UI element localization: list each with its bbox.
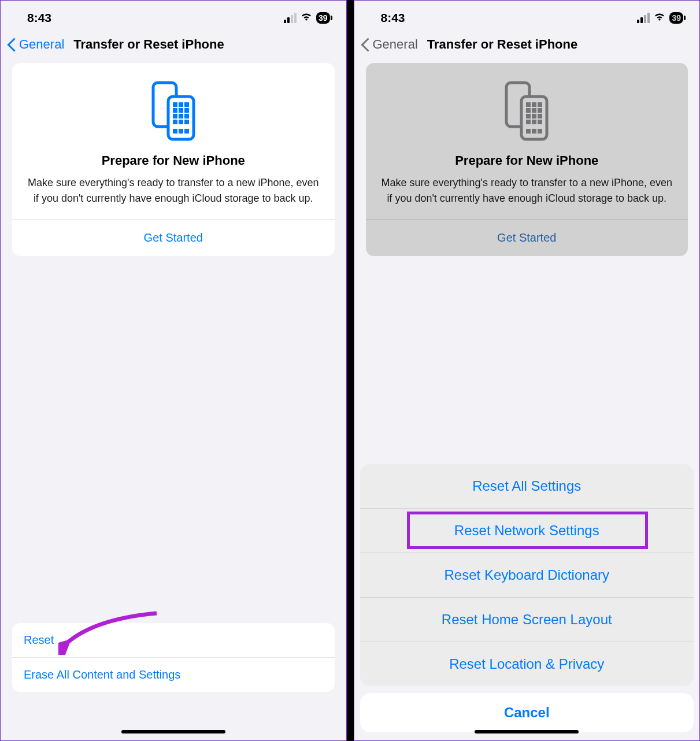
svg-rect-2 [173,102,177,107]
get-started-button[interactable]: Get Started [26,220,321,256]
svg-rect-21 [538,102,542,107]
svg-rect-20 [532,102,536,107]
back-chevron-icon[interactable] [6,36,17,53]
status-icons: 39 [637,12,683,24]
transfer-phones-icon [147,79,199,143]
svg-rect-19 [526,102,531,107]
card-title: Prepare for New iPhone [380,153,675,168]
reset-home-screen-layout-button[interactable]: Reset Home Screen Layout [360,598,694,642]
erase-all-button[interactable]: Erase All Content and Settings [12,658,335,692]
status-bar: 8:43 39 [354,1,700,28]
card-title: Prepare for New iPhone [26,153,321,168]
svg-rect-15 [179,129,183,134]
reset-button[interactable]: Reset [12,623,335,658]
reset-action-sheet: Reset All Settings Reset Network Setting… [360,464,694,732]
svg-rect-8 [173,114,177,118]
reset-network-settings-button[interactable]: Reset Network Settings [360,509,694,553]
svg-rect-27 [538,114,542,118]
cancel-button[interactable]: Cancel [360,693,694,732]
screenshot-right: 8:43 39 General Transfer or Reset iPhone [354,0,701,741]
cellular-icon [637,13,650,23]
back-chevron-icon [360,36,371,53]
svg-rect-33 [538,129,542,134]
svg-rect-22 [526,108,531,113]
svg-rect-6 [179,108,183,113]
nav-header: General Transfer or Reset iPhone [1,28,346,63]
back-button: General [373,37,418,52]
svg-rect-31 [526,129,531,134]
card-body: Make sure everything's ready to transfer… [380,175,675,206]
page-title: Transfer or Reset iPhone [73,37,224,52]
svg-rect-10 [184,114,189,118]
prepare-card: Prepare for New iPhone Make sure everyth… [366,63,688,256]
back-button[interactable]: General [19,37,64,52]
bottom-options: Reset Erase All Content and Settings [12,623,335,692]
get-started-button: Get Started [380,220,675,256]
battery-icon: 39 [669,12,683,24]
svg-rect-11 [173,120,177,124]
action-sheet-options: Reset All Settings Reset Network Setting… [360,464,694,686]
status-bar: 8:43 39 [1,1,346,28]
svg-rect-24 [538,108,542,113]
svg-rect-32 [532,129,536,134]
page-title: Transfer or Reset iPhone [427,37,577,52]
svg-rect-9 [179,114,183,118]
svg-rect-28 [526,120,531,124]
status-time: 8:43 [381,11,405,25]
status-icons: 39 [284,12,330,24]
svg-rect-30 [538,120,542,124]
card-body: Make sure everything's ready to transfer… [26,175,321,206]
svg-rect-25 [526,114,531,118]
nav-header: General Transfer or Reset iPhone [354,28,700,63]
transfer-phones-icon [501,79,553,143]
svg-rect-12 [179,120,183,124]
svg-rect-13 [184,120,189,124]
wifi-icon [653,12,666,24]
svg-rect-4 [184,102,189,107]
reset-all-settings-button[interactable]: Reset All Settings [360,464,694,509]
home-indicator[interactable] [475,730,579,733]
battery-icon: 39 [316,12,330,24]
svg-rect-16 [184,129,189,134]
svg-rect-3 [179,102,183,107]
svg-rect-29 [532,120,536,124]
cellular-icon [284,13,297,23]
reset-keyboard-dictionary-button[interactable]: Reset Keyboard Dictionary [360,553,694,598]
reset-location-privacy-button[interactable]: Reset Location & Privacy [360,642,694,686]
svg-rect-23 [532,108,536,113]
svg-rect-5 [173,108,177,113]
svg-rect-7 [184,108,189,113]
wifi-icon [300,12,313,24]
status-time: 8:43 [27,11,51,25]
home-indicator[interactable] [121,730,225,733]
svg-rect-26 [532,114,536,118]
screenshot-left: 8:43 39 General Transfer or Reset iPhone [0,0,347,741]
svg-rect-14 [173,129,177,134]
prepare-card: Prepare for New iPhone Make sure everyth… [12,63,335,256]
